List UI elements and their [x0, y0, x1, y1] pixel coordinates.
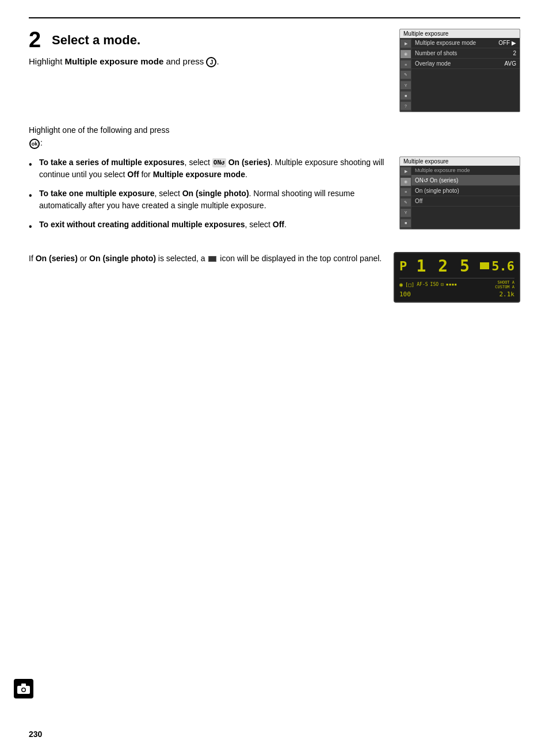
icon2-play: ▶ [401, 167, 411, 175]
bullet-text-2: To take one multiple exposure, select On… [39, 188, 388, 212]
top-divider [29, 17, 520, 18]
cp-mode: P [399, 259, 407, 273]
step-header: 2 Select a mode. [29, 29, 388, 51]
icon-question: ? [401, 102, 411, 110]
menu2-row-3: Off [411, 196, 520, 207]
cp-exposure-icon: ⊡ [441, 282, 444, 287]
bottom-section: If On (series) or On (single photo) is s… [29, 252, 520, 303]
main-content: 2 Select a mode. Highlight Multiple expo… [29, 29, 520, 112]
menu2-header: Multiple exposure mode [411, 166, 520, 175]
step-number: 2 [29, 29, 46, 51]
highlight-prompt: Highlight one of the following and press… [29, 124, 520, 150]
menu1-row-1: Multiple exposure mode OFF ▶ [411, 38, 520, 48]
menu1-body: ▶ ◉ ≡ ✎ Y ■ ? Multiple exposure mode OFF… [400, 38, 520, 112]
icon2-square: ■ [401, 219, 411, 227]
cp-shutter: 1 2 5 [409, 257, 478, 276]
bullet-text-1: To take a series of multiple exposures, … [39, 156, 388, 181]
cp-iso-row: 100 2.1k [399, 289, 514, 298]
menu-screenshot-2: Multiple exposure ▶ ◉ ≡ ✎ Y ■ Multiple e… [399, 156, 520, 230]
svg-point-3 [22, 689, 25, 692]
cp-shoot-label: SHOOT ACUSTOM A [495, 280, 514, 289]
menu1-title: Multiple exposure [400, 29, 520, 38]
text-column: 2 Select a mode. Highlight Multiple expo… [29, 29, 388, 112]
icon-edit: ✎ [401, 71, 411, 79]
multi-icon-inline [208, 256, 216, 262]
icon-grid: ≡ [401, 60, 411, 68]
subtitle-text2: and press [163, 56, 206, 66]
menu2-row-1: ON↺ On (series) [411, 175, 520, 186]
step-title: Select a mode. [52, 29, 140, 49]
menu1-value-1: OFF ▶ [498, 40, 516, 46]
menu1-icons: ▶ ◉ ≡ ✎ Y ■ ? [400, 38, 411, 112]
menu-screenshot-1: Multiple exposure ▶ ◉ ≡ ✎ Y ■ ? Multiple… [399, 29, 520, 112]
icon2-grid: ≡ [401, 188, 411, 196]
icon2-y: Y [401, 209, 411, 217]
onc-icon: ON↺ [212, 158, 226, 168]
bullet-item-1: • To take a series of multiple exposures… [29, 156, 388, 181]
icon2-camera: ◉ [401, 178, 411, 186]
menu2-row-2: On (single photo) [411, 186, 520, 196]
camera-icon-bottom [14, 679, 33, 698]
menu-screenshot-2-container: Multiple exposure ▶ ◉ ≡ ✎ Y ■ Multiple e… [399, 156, 520, 240]
cp-metering-icon: ◉ [399, 281, 403, 288]
cp-iso-label: ISO [430, 282, 439, 287]
menu1-value-3: AVG [505, 60, 516, 67]
svg-rect-1 [21, 684, 26, 686]
cp-bracket-icon: [□] [405, 282, 414, 288]
bullet-dot-1: • [29, 156, 35, 171]
menu1-value-2: 2 [513, 50, 516, 56]
menu1-label-3: Overlay mode [415, 60, 451, 67]
camera-svg-icon [17, 684, 30, 694]
cp-aperture: 5.6 [491, 259, 514, 273]
menu2-title: Multiple exposure [400, 157, 520, 166]
icon-play: ▶ [401, 40, 411, 48]
menu1-label-2: Number of shots [415, 50, 457, 56]
menu2-label-2: On (single photo) [415, 188, 459, 194]
ok-circle-icon: ok [29, 139, 40, 149]
icon-square: ■ [401, 91, 411, 100]
icon2-edit: ✎ [401, 198, 411, 207]
bullet-dot-2: • [29, 188, 35, 203]
cp-af-label: AF-S [417, 282, 428, 287]
menu2-label-1: ON↺ On (series) [415, 177, 458, 184]
bullets-list: • To take a series of multiple exposures… [29, 156, 388, 240]
bullet-text-3: To exit without creating additional mult… [39, 219, 287, 231]
menu2-items: Multiple exposure mode ON↺ On (series) O… [411, 166, 520, 229]
bullet-item-3: • To exit without creating additional mu… [29, 219, 388, 234]
menu1-label-1: Multiple exposure mode [415, 40, 476, 46]
bullet-dot-3: • [29, 219, 35, 234]
control-panel-display: P 1 2 5 5.6 ◉ [□] AF-S ISO ⊡ ▪▪▪▪ SHOOT … [394, 252, 520, 303]
cp-bottom-row: ◉ [□] AF-S ISO ⊡ ▪▪▪▪ SHOOT ACUSTOM A [399, 278, 514, 289]
subtitle-text1: Highlight [29, 56, 65, 66]
page-number: 230 [29, 730, 42, 739]
subtitle-bold: Multiple exposure mode [65, 56, 164, 66]
cp-shots-value: 2.1k [500, 291, 515, 298]
cp-battery-icon: ▪▪▪▪ [446, 282, 457, 287]
icon-camera: ◉ [401, 50, 411, 58]
menu2-icons: ▶ ◉ ≡ ✎ Y ■ [400, 166, 411, 229]
icon-y: Y [401, 81, 411, 89]
j-symbol: J [206, 57, 216, 67]
menu1-items: Multiple exposure mode OFF ▶ Number of s… [411, 38, 520, 112]
highlight-text: Highlight one of the following and press [29, 125, 169, 135]
cp-iso-value: 100 [399, 291, 411, 298]
bottom-description: If On (series) or On (single photo) is s… [29, 252, 382, 265]
step-subtitle: Highlight Multiple exposure mode and pre… [29, 55, 388, 68]
menu1-row-2: Number of shots 2 [411, 48, 520, 59]
menu1-row-3: Overlay mode AVG [411, 59, 520, 69]
menu2-body: ▶ ◉ ≡ ✎ Y ■ Multiple exposure mode ON↺ O… [400, 166, 520, 229]
menu-screenshot-1-container: Multiple exposure ▶ ◉ ≡ ✎ Y ■ ? Multiple… [399, 29, 520, 112]
menu2-label-3: Off [415, 198, 422, 204]
cp-top-row: P 1 2 5 5.6 [399, 257, 514, 276]
bullet-item-2: • To take one multiple exposure, select … [29, 188, 388, 212]
bullets-with-image: • To take a series of multiple exposures… [29, 156, 520, 240]
cp-multi-icon [480, 262, 489, 269]
bullet-section: Highlight one of the following and press… [29, 124, 520, 240]
